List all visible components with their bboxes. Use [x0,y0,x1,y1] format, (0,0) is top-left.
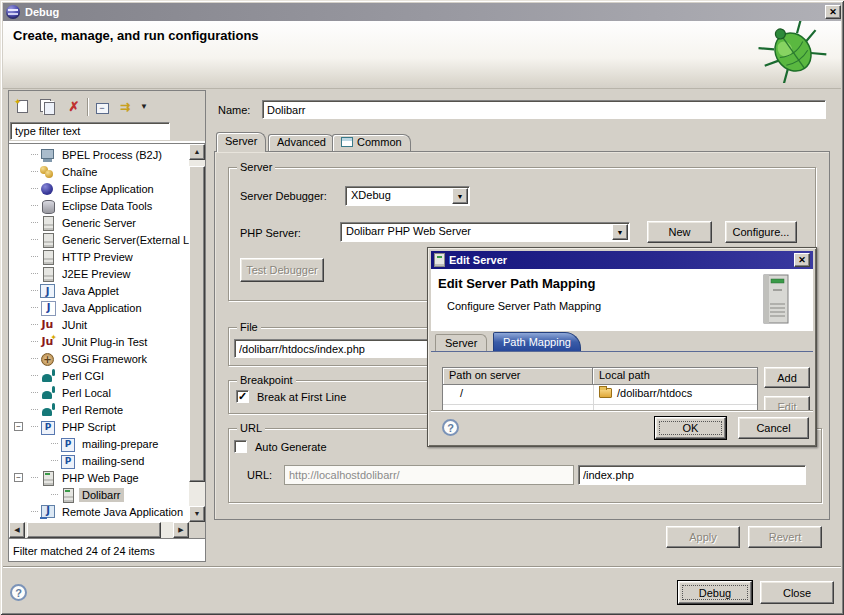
tree-item-php-web-page[interactable]: −PHP Web Page [9,469,189,486]
tree-item-mailing-prepare[interactable]: mailing-prepare [9,435,189,452]
edit-server-title: Edit Server [449,254,507,266]
vertical-scroll-thumb[interactable] [189,166,205,482]
new-server-button[interactable]: New [647,221,712,243]
tab-common-label: Common [357,136,402,148]
tree-vertical-scrollbar[interactable]: ▲ ▼ [189,144,205,522]
window-close-button[interactable]: ✕ [825,5,841,19]
break-first-line-checkbox[interactable]: ✓ [236,390,249,403]
chevron-down-icon[interactable]: ▼ [612,224,628,240]
tree-item-eclipse-application[interactable]: Eclipse Application [9,180,189,197]
process-icon [40,148,55,162]
edit-server-close-button[interactable]: ✕ [794,253,810,267]
url-base-input [284,465,574,485]
tree-item-label: BPEL Process (B2J) [59,148,165,162]
auto-generate-checkbox[interactable] [234,440,247,453]
tree-connector [31,154,38,155]
debug-button[interactable]: Debug [678,581,752,604]
dialog-tab-path-mapping[interactable]: Path Mapping [493,332,581,351]
scrollbar-corner [189,522,205,538]
tab-common[interactable]: Common [332,134,411,151]
collapse-all-icon[interactable]: − [93,99,111,115]
perl-icon [40,386,55,400]
tree-item-label: OSGi Framework [59,352,150,366]
tab-advanced-label: Advanced [277,136,326,148]
url-path-input[interactable] [578,465,806,485]
scroll-right-icon[interactable]: ▶ [173,522,189,538]
tree-item-j2ee-preview[interactable]: J2EE Preview [9,265,189,282]
edit-server-tabs: Server Path Mapping [431,333,813,352]
tree-item-perl-cgi[interactable]: Perl CGI [9,367,189,384]
php-server-select[interactable]: Dolibarr PHP Web Server ▼ [340,222,630,242]
tree-item-http-preview[interactable]: HTTP Preview [9,248,189,265]
cancel-button[interactable]: Cancel [738,417,809,439]
revert-button[interactable]: Revert [748,526,822,548]
server-debugger-value: XDebug [351,189,391,201]
duplicate-icon[interactable] [37,99,55,115]
dialog-tab-server[interactable]: Server [435,334,487,351]
filter-input[interactable] [10,122,170,140]
chevron-down-icon[interactable]: ▼ [452,188,468,204]
add-mapping-button[interactable]: Add [764,367,810,388]
filter-icon[interactable]: ⇉ [115,99,133,115]
tree-item-osgi-framework[interactable]: OSGi Framework [9,350,189,367]
new-configuration-icon[interactable] [13,99,31,115]
scroll-up-icon[interactable]: ▲ [189,144,205,160]
tree-item-mailing-send[interactable]: mailing-send [9,452,189,469]
delete-icon[interactable]: ✗ [65,99,83,115]
tree-connector [31,239,38,240]
tree-item-dolibarr[interactable]: Dolibarr [9,486,189,503]
tab-server[interactable]: Server [216,132,266,152]
bug-icon [757,21,829,83]
close-button[interactable]: Close [760,581,834,604]
column-header-local-path[interactable]: Local path [593,368,758,385]
dialog-help-icon[interactable]: ? [442,419,459,436]
tree-item-perl-local[interactable]: Perl Local [9,384,189,401]
server-icon [434,253,445,267]
tree-item-java-applet[interactable]: Java Applet [9,282,189,299]
cell-path-on-server[interactable]: / [460,387,463,399]
menu-caret-icon[interactable]: ▼ [135,99,153,115]
tree-item-php-script[interactable]: −PHP Script [9,418,189,435]
database-icon [40,199,55,213]
ok-button[interactable]: OK [655,417,726,439]
tree-horizontal-scrollbar[interactable]: ◀ ▶ [9,522,189,538]
tree-item-generic-server[interactable]: Generic Server [9,214,189,231]
tree-item-perl-remote[interactable]: Perl Remote [9,401,189,418]
configure-server-button[interactable]: Configure... [725,221,797,243]
tree-item-generic-server-external-la[interactable]: Generic Server(External La [9,231,189,248]
tree-item-bpel-process-b2j-[interactable]: BPEL Process (B2J) [9,146,189,163]
tree-item-label: JUnit Plug-in Test [59,335,150,349]
header-banner: Create, manage, and run configurations [3,21,841,89]
dialog-subheading: Configure Server Path Mapping [447,300,601,312]
edit-server-button-bar: ? OK Cancel [431,410,813,443]
tree-item-junit[interactable]: JUnit [9,316,189,333]
junit-icon [40,318,55,332]
scroll-left-icon[interactable]: ◀ [9,522,25,538]
tree-expander-icon[interactable]: − [14,473,23,482]
tree-item-java-application[interactable]: Java Application [9,299,189,316]
test-debugger-button[interactable]: Test Debugger [240,258,324,282]
folder-icon [599,388,612,398]
server-icon [40,267,55,281]
window-titlebar[interactable]: Debug [3,3,841,21]
tree-item-label: Chaîne [59,165,100,179]
tree-item-remote-java-application[interactable]: Remote Java Application [9,503,189,520]
tree-item-junit-plug-in-test[interactable]: JUnit Plug-in Test [9,333,189,350]
cell-local-path[interactable]: /dolibarr/htdocs [599,387,692,399]
help-icon[interactable]: ? [10,584,27,601]
apply-button[interactable]: Apply [666,526,740,548]
tree-connector [31,324,38,325]
tree-item-eclipse-data-tools[interactable]: Eclipse Data Tools [9,197,189,214]
column-header-path-on-server[interactable]: Path on server [443,368,593,385]
server-tower-icon [757,273,795,327]
edit-server-titlebar[interactable]: Edit Server [431,251,813,269]
server-debugger-select[interactable]: XDebug ▼ [345,186,470,206]
tree-item-label: HTTP Preview [59,250,136,264]
break-first-line-label: Break at First Line [257,391,346,403]
tab-advanced[interactable]: Advanced [268,134,335,151]
name-input[interactable] [262,100,826,119]
tree-item-cha-ne[interactable]: Chaîne [9,163,189,180]
tree-expander-icon[interactable]: − [14,422,23,431]
horizontal-scroll-thumb[interactable] [27,522,161,538]
scroll-down-icon[interactable]: ▼ [189,506,205,522]
